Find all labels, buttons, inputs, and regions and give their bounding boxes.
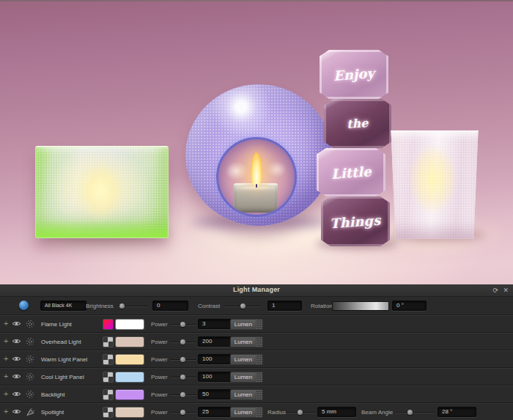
unit-dropdown[interactable]: Lumen bbox=[230, 372, 256, 383]
texture-swatch[interactable] bbox=[103, 354, 114, 365]
preview-sphere-icon[interactable] bbox=[19, 301, 29, 310]
light-name[interactable]: Backlight bbox=[41, 391, 64, 398]
gradient-swatch[interactable] bbox=[103, 319, 114, 330]
color-swatch[interactable] bbox=[115, 336, 144, 347]
unit-dropdown[interactable]: Lumen bbox=[230, 319, 256, 330]
cube-base-glow bbox=[36, 220, 168, 237]
crystal-cube-enjoy: Enjoy bbox=[320, 50, 388, 99]
cube-word: the bbox=[347, 116, 369, 131]
light-name[interactable]: Overhead Light bbox=[41, 339, 81, 345]
light-manager-panel: Light Manager ⟳ ✕ All Black 4K Brightnes… bbox=[0, 284, 513, 420]
power-slider[interactable] bbox=[170, 377, 196, 377]
contrast-slider[interactable] bbox=[225, 306, 262, 306]
power-label: Power bbox=[151, 339, 168, 345]
color-swatch[interactable] bbox=[115, 372, 144, 383]
unit-dropdown[interactable]: Lumen bbox=[230, 407, 256, 418]
add-icon[interactable]: + bbox=[4, 319, 8, 328]
brightness-label: Brightness bbox=[86, 303, 114, 309]
light-row-warm: + Warm Light Panel Power 100 Lumen bbox=[0, 350, 513, 367]
crystal-cube-little: Little bbox=[317, 148, 385, 196]
rotation-value[interactable]: 0 ° bbox=[392, 301, 427, 311]
brightness-slider[interactable] bbox=[117, 306, 148, 306]
rotation-label: Rotation bbox=[311, 303, 333, 309]
power-label: Power bbox=[151, 409, 168, 416]
power-slider[interactable] bbox=[170, 324, 196, 325]
texture-swatch[interactable] bbox=[103, 407, 114, 418]
unit-dropdown-grip[interactable] bbox=[256, 319, 263, 330]
beam-angle-value[interactable]: 28 ° bbox=[438, 407, 476, 417]
texture-swatch[interactable] bbox=[103, 372, 114, 383]
power-value[interactable]: 100 bbox=[198, 354, 233, 364]
brightness-value[interactable]: 0 bbox=[152, 301, 188, 311]
unit-dropdown-grip[interactable] bbox=[256, 354, 263, 365]
cube-word: Things bbox=[330, 212, 381, 231]
environment-preset-field[interactable]: All Black 4K bbox=[40, 301, 86, 311]
cube-candle-glow bbox=[78, 162, 124, 222]
texture-swatch[interactable] bbox=[103, 336, 114, 347]
unit-dropdown-grip[interactable] bbox=[256, 372, 263, 383]
add-icon[interactable]: + bbox=[4, 336, 8, 346]
beam-angle-slider[interactable] bbox=[396, 412, 435, 413]
candle-wick bbox=[256, 184, 257, 188]
unit-dropdown-grip[interactable] bbox=[256, 389, 263, 400]
power-slider[interactable] bbox=[170, 342, 196, 342]
light-row-flame: + Flame Light Power 3 Lumen bbox=[0, 314, 513, 332]
light-name[interactable]: Spotlight bbox=[41, 409, 64, 416]
panel-title: Light Manager bbox=[0, 286, 513, 293]
add-icon[interactable]: + bbox=[4, 407, 8, 416]
power-value[interactable]: 3 bbox=[198, 319, 233, 329]
cube-word: Enjoy bbox=[333, 65, 374, 84]
color-swatch[interactable] bbox=[115, 354, 144, 365]
power-slider[interactable] bbox=[170, 394, 196, 395]
global-settings-row: All Black 4K Brightness 0 Contrast 1 Rot… bbox=[0, 297, 513, 314]
beam-angle-label: Beam Angle bbox=[361, 409, 393, 416]
power-label: Power bbox=[151, 374, 168, 380]
power-label: Power bbox=[151, 391, 168, 398]
rotation-gradient-slider[interactable] bbox=[332, 301, 389, 311]
green-glass-cube bbox=[35, 146, 169, 238]
sphere-opening bbox=[216, 137, 297, 217]
light-row-cool: + Cool Light Panel Power 100 Lumen bbox=[0, 367, 513, 385]
light-name[interactable]: Cool Light Panel bbox=[41, 374, 84, 380]
crystal-cube-the: the bbox=[324, 99, 391, 148]
light-row-backlight: + Backlight Power 50 Lumen bbox=[0, 385, 513, 402]
power-slider[interactable] bbox=[170, 359, 196, 360]
cube-word: Little bbox=[331, 163, 372, 182]
power-label: Power bbox=[151, 356, 168, 363]
light-name[interactable]: Flame Light bbox=[41, 321, 72, 328]
add-icon[interactable]: + bbox=[4, 372, 8, 381]
color-swatch[interactable] bbox=[115, 389, 144, 400]
color-swatch[interactable] bbox=[115, 407, 144, 418]
add-icon[interactable]: + bbox=[4, 354, 8, 364]
light-name[interactable]: Warm Light Panel bbox=[41, 356, 87, 363]
undock-icon[interactable]: ⟳ bbox=[492, 286, 498, 295]
panel-titlebar[interactable]: Light Manager ⟳ ✕ bbox=[0, 284, 513, 297]
close-icon[interactable]: ✕ bbox=[503, 286, 509, 295]
purple-glass-sphere bbox=[185, 84, 332, 226]
radius-value[interactable]: 5 mm bbox=[317, 407, 356, 417]
contrast-label: Contrast bbox=[198, 303, 220, 309]
frosted-glass-cup bbox=[389, 130, 480, 239]
color-swatch[interactable] bbox=[115, 319, 144, 330]
light-row-overhead: + Overhead Light Power 200 Lumen bbox=[0, 332, 513, 350]
unit-dropdown-grip[interactable] bbox=[256, 336, 263, 347]
contrast-value[interactable]: 1 bbox=[267, 301, 302, 311]
add-icon[interactable]: + bbox=[4, 389, 8, 399]
render-viewport[interactable]: Enjoy the Little Things bbox=[0, 0, 513, 287]
crystal-cube-things: Things bbox=[321, 196, 390, 246]
power-value[interactable]: 50 bbox=[198, 389, 233, 399]
power-value[interactable]: 200 bbox=[198, 336, 233, 347]
power-value[interactable]: 25 bbox=[198, 407, 233, 417]
texture-swatch[interactable] bbox=[103, 389, 114, 400]
radius-slider[interactable] bbox=[287, 412, 316, 413]
tealight-candle bbox=[234, 183, 278, 213]
unit-dropdown[interactable]: Lumen bbox=[230, 336, 256, 347]
unit-dropdown[interactable]: Lumen bbox=[230, 389, 256, 400]
unit-dropdown[interactable]: Lumen bbox=[230, 354, 256, 365]
unit-dropdown-grip[interactable] bbox=[256, 407, 263, 418]
radius-label: Radius bbox=[267, 409, 286, 416]
power-label: Power bbox=[151, 321, 168, 328]
power-slider[interactable] bbox=[170, 412, 196, 413]
light-row-spotlight: + Spotlight Power 25 Lumen Radius 5 mm B… bbox=[0, 402, 513, 420]
power-value[interactable]: 100 bbox=[198, 372, 233, 382]
